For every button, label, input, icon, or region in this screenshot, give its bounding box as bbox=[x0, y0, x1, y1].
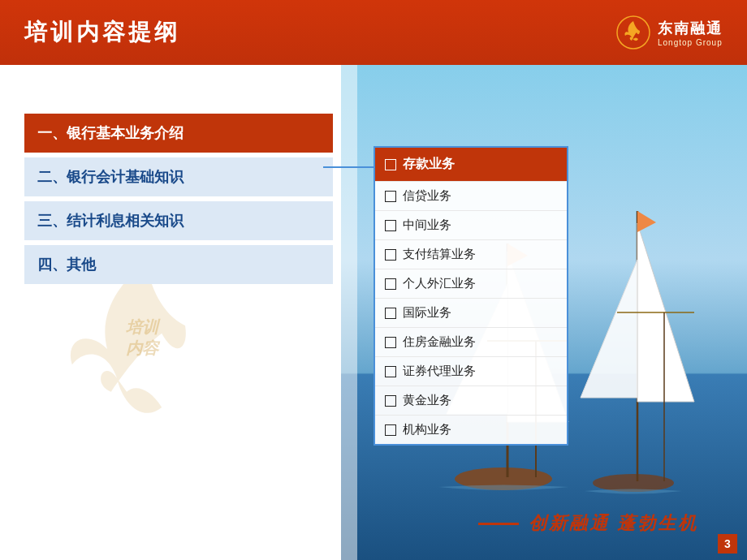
checkbox-icon-sub2 bbox=[385, 191, 396, 202]
submenu-item-1[interactable]: 存款业务 bbox=[375, 148, 567, 181]
submenu-item-3[interactable]: 中间业务 bbox=[375, 210, 567, 239]
submenu-item-8[interactable]: 证券代理业务 bbox=[375, 356, 567, 386]
tagline: 创新融通 蓬勃生机 bbox=[478, 511, 698, 536]
logo-area: 东南融通 Longtop Group bbox=[615, 15, 723, 50]
checkbox-icon-sub10 bbox=[385, 424, 396, 436]
submenu-item-9[interactable]: 黄金业务 bbox=[375, 386, 567, 415]
submenu-item-2[interactable]: 信贷业务 bbox=[375, 181, 567, 210]
left-menu: 一、银行基本业务介绍 二、银行会计基础知识 三、结计利息相关知识 四、其他 bbox=[24, 114, 333, 289]
menu-item-1[interactable]: 一、银行基本业务介绍 bbox=[24, 114, 333, 153]
logo-en: Longtop Group bbox=[658, 38, 723, 47]
submenu-item-10[interactable]: 机构业务 bbox=[375, 415, 567, 444]
logo-icon bbox=[615, 15, 651, 50]
page-number: 3 bbox=[718, 534, 737, 554]
submenu-item-6[interactable]: 国际业务 bbox=[375, 298, 567, 327]
menu-item-4[interactable]: 四、其他 bbox=[24, 245, 333, 284]
checkbox-icon-sub6 bbox=[385, 308, 396, 319]
menu-item-3[interactable]: 三、结计利息相关知识 bbox=[24, 201, 333, 240]
checkbox-icon-sub8 bbox=[385, 366, 396, 377]
header: 培训内容提纲 东南融通 Longtop Group bbox=[0, 0, 747, 65]
submenu-item-5[interactable]: 个人外汇业务 bbox=[375, 269, 567, 298]
logo-cn: 东南融通 bbox=[658, 19, 723, 38]
logo-text: 东南融通 Longtop Group bbox=[658, 19, 723, 47]
menu-item-2[interactable]: 二、银行会计基础知识 bbox=[24, 157, 333, 196]
checkbox-icon-sub9 bbox=[385, 395, 396, 407]
main-content: 培训 内容 一、银行基本业务介绍 二、银行会计基础知识 三、结计利息相关知识 四… bbox=[0, 65, 747, 560]
checkbox-icon-sub7 bbox=[385, 337, 396, 348]
checkbox-icon-sub4 bbox=[385, 249, 396, 261]
checkbox-icon-sub1 bbox=[385, 159, 396, 170]
submenu-item-4[interactable]: 支付结算业务 bbox=[375, 239, 567, 269]
checkbox-icon-sub3 bbox=[385, 220, 396, 231]
right-submenu: 存款业务 信贷业务 中间业务 支付结算业务 个人外汇业务 国际业务 住房金融业务 bbox=[374, 146, 568, 446]
page-title: 培训内容提纲 bbox=[24, 17, 180, 48]
submenu-item-7[interactable]: 住房金融业务 bbox=[375, 327, 567, 356]
checkbox-icon-sub5 bbox=[385, 278, 396, 290]
watermark-text: 培训 内容 bbox=[126, 317, 158, 359]
tagline-dash bbox=[478, 523, 519, 525]
